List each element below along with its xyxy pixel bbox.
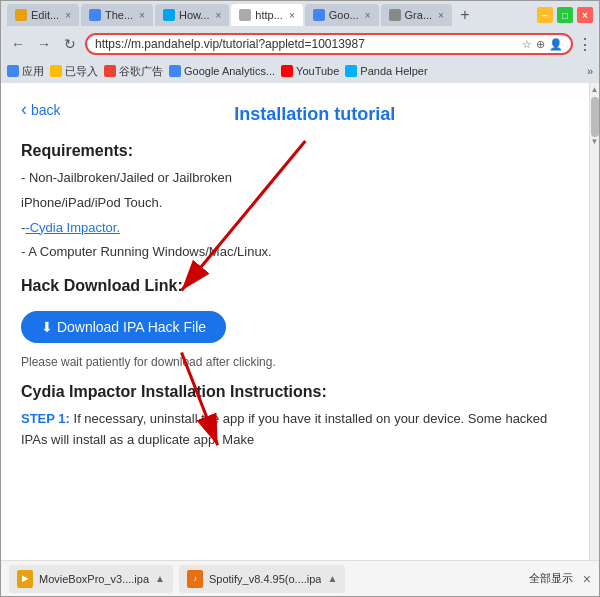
moviebox-chevron-icon: ▲ bbox=[155, 573, 165, 584]
tab-strip: Edit... × The... × How... × http... × Go… bbox=[7, 4, 533, 26]
bookmarks-more-button[interactable]: » bbox=[587, 65, 593, 77]
moviebox-filename: MovieBoxPro_v3....ipa bbox=[39, 573, 149, 585]
bookmark-analytics-label: Google Analytics... bbox=[184, 65, 275, 77]
title-bar: Edit... × The... × How... × http... × Go… bbox=[1, 1, 599, 29]
ads-icon bbox=[104, 65, 116, 77]
bookmarks-bar: 应用 已导入 谷歌广告 Google Analytics... YouTube … bbox=[1, 59, 599, 83]
tab-how-label: How... bbox=[179, 9, 210, 21]
close-button[interactable]: × bbox=[577, 7, 593, 23]
tab-google[interactable]: Goo... × bbox=[305, 4, 379, 26]
bookmark-imported[interactable]: 已导入 bbox=[50, 64, 98, 79]
download-ipa-button[interactable]: ⬇ Download IPA Hack File bbox=[21, 311, 226, 343]
maximize-button[interactable]: □ bbox=[557, 7, 573, 23]
cydia-heading: Cydia Impactor Installation Instructions… bbox=[21, 383, 569, 401]
step1-text: STEP 1: If necessary, uninstall the app … bbox=[21, 409, 569, 451]
scroll-up-button[interactable]: ▲ bbox=[591, 85, 599, 93]
moviebox-file-icon: ▶ bbox=[17, 570, 33, 588]
tab-http-close[interactable]: × bbox=[289, 10, 295, 21]
tab-http-label: http... bbox=[255, 9, 283, 21]
address-bar-row: ← → ↻ https://m.pandahelp.vip/tutorial?a… bbox=[1, 29, 599, 59]
step1-label: STEP 1: bbox=[21, 411, 70, 426]
spotify-filename: Spotify_v8.4.95(o....ipa bbox=[209, 573, 322, 585]
reload-button[interactable]: ↻ bbox=[59, 33, 81, 55]
requirements-heading: Requirements: bbox=[21, 142, 569, 160]
tab-how-icon bbox=[163, 9, 175, 21]
req-line2: iPhone/iPad/iPod Touch. bbox=[21, 193, 569, 214]
spotify-file-icon: ♪ bbox=[187, 570, 203, 588]
page-title: Installation tutorial bbox=[234, 104, 395, 124]
tab-http-icon bbox=[239, 9, 251, 21]
bookmark-panda[interactable]: Panda Helper bbox=[345, 65, 427, 77]
tab-the[interactable]: The... × bbox=[81, 4, 153, 26]
tab-edit-close[interactable]: × bbox=[65, 10, 71, 21]
req-line4: - A Computer Running Windows/Mac/Linux. bbox=[21, 242, 569, 263]
star-icon[interactable]: ☆ bbox=[522, 38, 532, 51]
tab-gra-label: Gra... bbox=[405, 9, 433, 21]
browser-menu-button[interactable]: ⋮ bbox=[577, 35, 593, 54]
scroll-down-button[interactable]: ▼ bbox=[591, 137, 599, 145]
back-link[interactable]: back bbox=[21, 99, 61, 120]
scroll-thumb[interactable] bbox=[591, 97, 599, 137]
scrollbar[interactable]: ▲ ▼ bbox=[589, 83, 599, 560]
download-bar-close-button[interactable]: × bbox=[583, 571, 591, 587]
tab-edit-label: Edit... bbox=[31, 9, 59, 21]
spotify-chevron-icon: ▲ bbox=[327, 573, 337, 584]
bookmark-analytics[interactable]: Google Analytics... bbox=[169, 65, 275, 77]
download-bar: ▶ MovieBoxPro_v3....ipa ▲ ♪ Spotify_v8.4… bbox=[1, 560, 599, 596]
youtube-icon bbox=[281, 65, 293, 77]
panda-icon bbox=[345, 65, 357, 77]
download-btn-label: ⬇ Download IPA Hack File bbox=[41, 319, 206, 335]
hack-section: Hack Download Link: ⬇ Download IPA Hack … bbox=[21, 277, 569, 369]
tab-google-icon bbox=[313, 9, 325, 21]
address-field[interactable]: https://m.pandahelp.vip/tutorial?appletd… bbox=[85, 33, 573, 55]
req-line1: - Non-Jailbroken/Jailed or Jailbroken bbox=[21, 168, 569, 189]
tab-edit[interactable]: Edit... × bbox=[7, 4, 79, 26]
bookmark-youtube-label: YouTube bbox=[296, 65, 339, 77]
header-row: back Installation tutorial bbox=[21, 99, 569, 130]
bookmark-apps-label: 应用 bbox=[22, 64, 44, 79]
download-item-moviebox[interactable]: ▶ MovieBoxPro_v3....ipa ▲ bbox=[9, 565, 173, 593]
profile-icon[interactable]: 👤 bbox=[549, 38, 563, 51]
tab-how-close[interactable]: × bbox=[216, 10, 222, 21]
browser-window: Edit... × The... × How... × http... × Go… bbox=[0, 0, 600, 597]
back-button[interactable]: ← bbox=[7, 33, 29, 55]
window-controls: − □ × bbox=[537, 7, 593, 23]
tab-edit-icon bbox=[15, 9, 27, 21]
svg-line-1 bbox=[182, 141, 306, 291]
tab-google-label: Goo... bbox=[329, 9, 359, 21]
tab-the-close[interactable]: × bbox=[139, 10, 145, 21]
show-all-button[interactable]: 全部显示 bbox=[529, 571, 573, 586]
bookmark-ads-label: 谷歌广告 bbox=[119, 64, 163, 79]
extensions-icon[interactable]: ⊕ bbox=[536, 38, 545, 51]
forward-button[interactable]: → bbox=[33, 33, 55, 55]
minimize-button[interactable]: − bbox=[537, 7, 553, 23]
tab-gra-icon bbox=[389, 9, 401, 21]
cydia-section: Cydia Impactor Installation Instructions… bbox=[21, 383, 569, 451]
apps-icon bbox=[7, 65, 19, 77]
tab-the-icon bbox=[89, 9, 101, 21]
req-line3: --Cydia Impactor. bbox=[21, 218, 569, 239]
url-text: https://m.pandahelp.vip/tutorial?appletd… bbox=[95, 37, 522, 51]
tab-how[interactable]: How... × bbox=[155, 4, 229, 26]
tab-http[interactable]: http... × bbox=[231, 4, 302, 26]
bookmark-youtube[interactable]: YouTube bbox=[281, 65, 339, 77]
hack-heading: Hack Download Link: bbox=[21, 277, 569, 295]
page-content: back Installation tutorial Requirements:… bbox=[1, 83, 589, 560]
wait-text: Please wait patiently for download after… bbox=[21, 355, 569, 369]
new-tab-button[interactable]: + bbox=[454, 4, 476, 26]
bookmark-ads[interactable]: 谷歌广告 bbox=[104, 64, 163, 79]
tab-gra[interactable]: Gra... × bbox=[381, 4, 452, 26]
tab-the-label: The... bbox=[105, 9, 133, 21]
tab-google-close[interactable]: × bbox=[365, 10, 371, 21]
star-bookmark-icon bbox=[50, 65, 62, 77]
cydia-impactor-link[interactable]: -Cydia Impactor. bbox=[25, 220, 120, 235]
bookmark-imported-label: 已导入 bbox=[65, 64, 98, 79]
download-item-spotify[interactable]: ♪ Spotify_v8.4.95(o....ipa ▲ bbox=[179, 565, 345, 593]
analytics-icon bbox=[169, 65, 181, 77]
tab-gra-close[interactable]: × bbox=[438, 10, 444, 21]
back-link-text: back bbox=[31, 102, 61, 118]
step1-content: If necessary, uninstall the app if you h… bbox=[21, 411, 547, 447]
bookmark-apps[interactable]: 应用 bbox=[7, 64, 44, 79]
bookmark-panda-label: Panda Helper bbox=[360, 65, 427, 77]
browser-content: back Installation tutorial Requirements:… bbox=[1, 83, 599, 560]
